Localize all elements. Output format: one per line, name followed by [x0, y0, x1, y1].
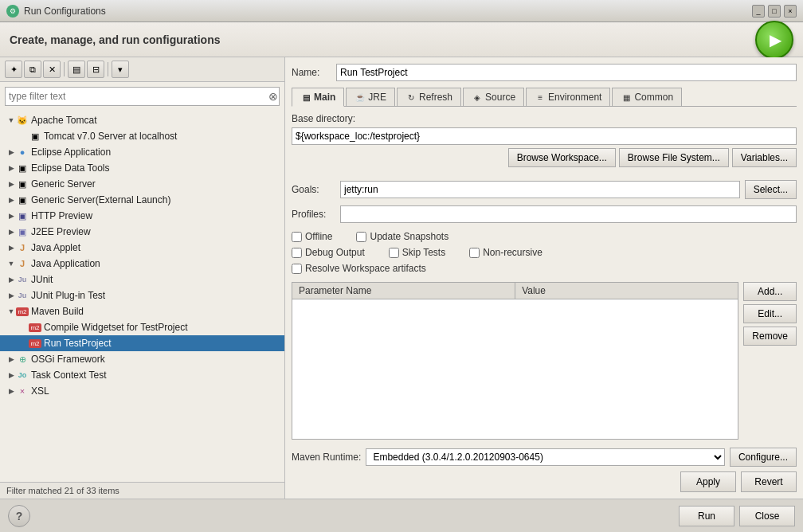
skip-tests-label: Skip Tests — [402, 247, 445, 258]
resolve-workspace-checkbox-item[interactable]: Resolve Workspace artifacts — [292, 263, 426, 274]
run-final-button[interactable]: Run — [679, 506, 734, 526]
filter-input[interactable] — [5, 87, 280, 106]
java-app-icon: J — [16, 257, 29, 270]
non-recursive-checkbox[interactable] — [469, 248, 480, 258]
tree-label: Java Application — [31, 258, 100, 269]
tab-source[interactable]: ◈ Source — [463, 88, 524, 106]
edit-param-button[interactable]: Edit... — [743, 304, 797, 323]
tree-item[interactable]: ▶ J Java Applet — [0, 240, 284, 256]
expand-arrow: ▶ — [6, 371, 16, 379]
tree-item[interactable]: ▶ Jo Task Context Test — [0, 367, 284, 383]
skip-tests-checkbox[interactable] — [389, 248, 399, 258]
param-name-header: Parameter Name — [292, 283, 515, 299]
close-button[interactable]: Close — [739, 506, 795, 526]
tomcat-icon: 🐱 — [16, 114, 29, 127]
profiles-input[interactable] — [340, 205, 797, 223]
runtime-select[interactable]: Embedded (3.0.4/1.2.0.20120903-0645) — [366, 448, 725, 466]
minimize-button[interactable]: _ — [752, 5, 765, 18]
remove-param-button[interactable]: Remove — [743, 327, 797, 346]
more-button[interactable]: ▾ — [112, 61, 129, 78]
filter-button[interactable]: ▤ — [68, 61, 85, 78]
update-snapshots-checkbox-item[interactable]: Update Snapshots — [356, 231, 449, 242]
tab-jre[interactable]: ☕ JRE — [346, 88, 395, 106]
tree-label: Task Context Test — [31, 370, 107, 381]
goals-label: Goals: — [292, 184, 335, 195]
run-testproject-icon: m2 — [29, 337, 41, 350]
tree-label: J2EE Preview — [31, 226, 91, 237]
duplicate-config-button[interactable]: ⧉ — [24, 61, 41, 78]
update-snapshots-label: Update Snapshots — [370, 231, 449, 242]
http-icon: ▣ — [16, 209, 29, 222]
tree-item[interactable]: ▶ ▣ HTTP Preview — [0, 208, 284, 224]
server-icon: ▣ — [29, 130, 41, 143]
task-icon: Jo — [16, 369, 29, 381]
osgi-icon: ⊕ — [16, 353, 29, 366]
refresh-tab-label: Refresh — [419, 92, 452, 103]
browse-filesystem-button[interactable]: Browse File System... — [619, 148, 729, 167]
junit-plugin-icon: Ju — [16, 289, 29, 302]
offline-checkbox-item[interactable]: Offline — [292, 231, 332, 242]
non-recursive-checkbox-item[interactable]: Non-recursive — [469, 247, 543, 258]
variables-button[interactable]: Variables... — [732, 148, 797, 167]
param-table-body — [292, 299, 738, 395]
maven-group-icon: m2 — [16, 305, 29, 318]
expand-arrow: ▶ — [6, 212, 16, 220]
j2ee-icon: ▣ — [16, 225, 29, 238]
run-button[interactable] — [755, 21, 793, 59]
tree-item[interactable]: ▼ m2 Maven Build — [0, 303, 284, 319]
tab-environment[interactable]: ≡ Environment — [526, 88, 610, 106]
base-directory-input[interactable] — [292, 127, 797, 145]
offline-label: Offline — [305, 231, 332, 242]
revert-button[interactable]: Revert — [741, 471, 797, 492]
offline-checkbox[interactable] — [292, 232, 302, 242]
collapse-all-button[interactable]: ⊟ — [87, 61, 104, 78]
tree-label: Generic Server — [31, 178, 96, 190]
goals-input[interactable] — [340, 181, 740, 198]
tree-item[interactable]: m2 Compile Widgetset for TestProject — [0, 319, 284, 335]
tree-item[interactable]: ▼ J Java Application — [0, 256, 284, 272]
non-recursive-label: Non-recursive — [483, 247, 543, 258]
tree-item[interactable]: ▶ ● Eclipse Application — [0, 144, 284, 160]
resolve-workspace-checkbox[interactable] — [292, 264, 302, 274]
delete-config-button[interactable]: ✕ — [43, 61, 61, 78]
tab-main[interactable]: ▤ Main — [292, 88, 344, 107]
tree-item[interactable]: ▶ ▣ Generic Server(External Launch) — [0, 192, 284, 208]
tree-item[interactable]: ▶ Ju JUnit — [0, 272, 284, 288]
common-tab-icon: ▦ — [621, 92, 632, 103]
tree-item[interactable]: m2 Run TestProject — [0, 335, 284, 351]
tree-item[interactable]: ▶ ▣ J2EE Preview — [0, 224, 284, 240]
maximize-button[interactable]: □ — [768, 5, 781, 18]
tab-refresh[interactable]: ↻ Refresh — [397, 88, 461, 106]
tree-item[interactable]: ▶ ▣ Eclipse Data Tools — [0, 160, 284, 176]
jre-tab-label: JRE — [368, 92, 386, 103]
tree-item[interactable]: ▼ 🐱 Apache Tomcat — [0, 112, 284, 128]
tree-label: HTTP Preview — [31, 210, 92, 221]
name-input[interactable] — [336, 64, 797, 81]
tree-item[interactable]: ▣ Tomcat v7.0 Server at localhost — [0, 128, 284, 144]
tree-label: Eclipse Application — [31, 147, 111, 158]
browse-workspace-button[interactable]: Browse Workspace... — [508, 148, 616, 167]
add-param-button[interactable]: Add... — [743, 282, 797, 301]
debug-output-checkbox[interactable] — [292, 248, 302, 258]
filter-clear-icon[interactable]: ⊗ — [268, 90, 278, 103]
source-tab-icon: ◈ — [472, 92, 483, 103]
update-snapshots-checkbox[interactable] — [356, 232, 366, 242]
tree-item[interactable]: ▶ ▣ Generic Server — [0, 176, 284, 192]
configure-button[interactable]: Configure... — [730, 448, 797, 467]
base-directory-label: Base directory: — [292, 113, 797, 124]
help-button[interactable]: ? — [8, 505, 30, 527]
tab-common[interactable]: ▦ Common — [612, 88, 682, 106]
title-bar: ⚙ Run Configurations _ □ × — [0, 0, 803, 22]
apply-button[interactable]: Apply — [680, 471, 736, 492]
skip-tests-checkbox-item[interactable]: Skip Tests — [389, 247, 445, 258]
footer-bar: ? Run Close — [0, 499, 803, 532]
param-value-header: Value — [515, 283, 738, 299]
close-button[interactable]: × — [784, 5, 797, 18]
tree-item[interactable]: ▶ Ju JUnit Plug-in Test — [0, 288, 284, 303]
new-config-button[interactable]: ✦ — [5, 61, 22, 78]
tree-item[interactable]: ▶ ⊕ OSGi Framework — [0, 351, 284, 367]
debug-output-checkbox-item[interactable]: Debug Output — [292, 247, 365, 258]
select-button[interactable]: Select... — [745, 180, 797, 199]
generic-ext-icon: ▣ — [16, 194, 29, 206]
tree-item[interactable]: ▶ × XSL — [0, 383, 284, 399]
